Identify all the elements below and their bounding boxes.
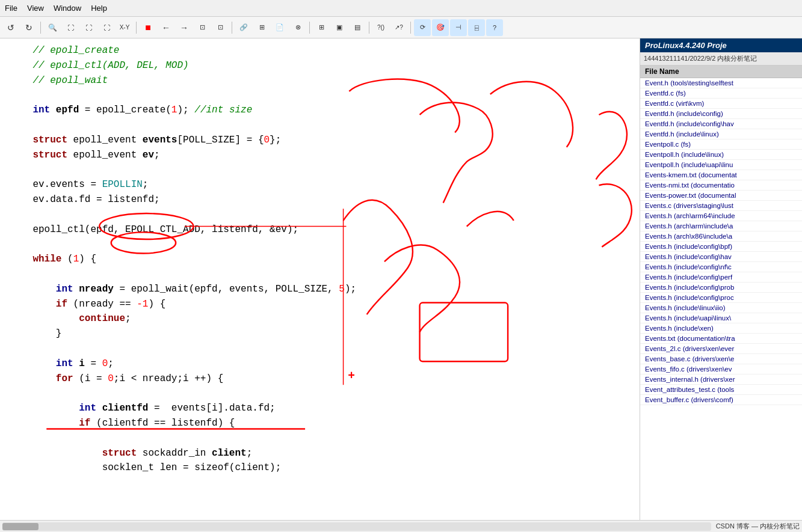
toolbar-sep-6 bbox=[410, 22, 411, 34]
toolbar-bookmark2[interactable]: ⛶ bbox=[80, 19, 97, 36]
file-list-item[interactable]: Eventfd.h (include\config\hav bbox=[640, 119, 802, 129]
code-line-28: struct sockaddr_in client; bbox=[10, 446, 630, 461]
toolbar-sep-2 bbox=[136, 22, 137, 34]
toolbar-bookmark1[interactable]: ⛶ bbox=[62, 19, 79, 36]
toolbar-active5[interactable]: ? bbox=[486, 19, 503, 36]
file-list-item[interactable]: Events.txt (documentation\tra bbox=[640, 334, 802, 344]
file-list-item[interactable]: Events-nmi.txt (documentatio bbox=[640, 180, 802, 191]
menu-view[interactable]: View bbox=[27, 4, 44, 13]
toolbar-forward[interactable]: → bbox=[176, 19, 193, 36]
file-list-item[interactable]: Events-kmem.txt (documentat bbox=[640, 170, 802, 180]
toolbar-split1[interactable]: ⊞ bbox=[253, 19, 270, 36]
code-line-26: if (clientfd == listenfd) { bbox=[10, 416, 630, 431]
toolbar-panel2[interactable]: ▤ bbox=[349, 19, 366, 36]
file-list-item[interactable]: Events.h (include\xen) bbox=[640, 323, 802, 334]
toolbar-active3[interactable]: ⊣ bbox=[450, 19, 467, 36]
code-line-11: ev.data.fd = listenfd; bbox=[10, 192, 630, 207]
toolbar-qmark2[interactable]: ↗? bbox=[390, 19, 407, 36]
toolbar-find[interactable]: 🔍 bbox=[44, 19, 61, 36]
menu-view[interactable]: File bbox=[5, 4, 17, 13]
code-line-20: } bbox=[10, 326, 630, 341]
toolbar-xref[interactable]: X-Y bbox=[116, 19, 133, 36]
main-area: // epoll_create // epoll_ctl(ADD, DEL, M… bbox=[0, 38, 802, 520]
file-list-item[interactable]: Events.c (drivers\staging\lust bbox=[640, 201, 802, 211]
code-line-blank-1 bbox=[10, 88, 630, 103]
scrollbar-thumb[interactable] bbox=[2, 523, 39, 530]
right-panel-subtitle: 144413211141/2022/9/2 内核分析笔记 bbox=[640, 52, 802, 66]
file-list-item[interactable]: Events.h (include\config\proc bbox=[640, 293, 802, 303]
toolbar-active2[interactable]: 🎯 bbox=[432, 19, 449, 36]
toolbar-nav1[interactable]: ⊡ bbox=[194, 19, 211, 36]
file-list-item[interactable]: Events.h (include\config\prob bbox=[640, 283, 802, 293]
menu-window[interactable]: Window bbox=[54, 4, 81, 13]
file-list-item[interactable]: Eventfd.c (fs) bbox=[640, 88, 802, 99]
toolbar: ↺ ↻ 🔍 ⛶ ⛶ ⛶ X-Y ■ ← → ⊡ ⊡ 🔗 ⊞ 📄 ⊗ ⊞ ▣ ▤ … bbox=[0, 17, 802, 38]
code-line-blank-6 bbox=[10, 267, 630, 282]
code-line-8: struct epoll_event ev; bbox=[10, 148, 630, 163]
file-list-item[interactable]: Event_buffer.c (drivers\comf) bbox=[640, 395, 802, 405]
code-line-18: if (nready == -1) { bbox=[10, 297, 630, 312]
file-list-item[interactable]: Events.h (include\config\nf\c bbox=[640, 262, 802, 272]
file-list-item[interactable]: Events-power.txt (documental bbox=[640, 191, 802, 201]
code-line-7: struct epoll_event events[POLL_SIZE] = {… bbox=[10, 133, 630, 148]
file-list-item[interactable]: Events.h (arch\arm64\include bbox=[640, 211, 802, 221]
code-line-2: // epoll_ctl(ADD, DEL, MOD) bbox=[10, 58, 630, 73]
file-list-item[interactable]: Eventpoll.h (include\uapi\linu bbox=[640, 160, 802, 170]
file-list-item[interactable]: Events_fifo.c (drivers\xen\ev bbox=[640, 364, 802, 375]
code-line-blank-7 bbox=[10, 341, 630, 356]
file-list-item[interactable]: Events.h (include\uapi\linux\ bbox=[640, 313, 802, 323]
code-line-10: ev.events = EPOLLIN; bbox=[10, 177, 630, 192]
toolbar-nav2[interactable]: ⊡ bbox=[212, 19, 229, 36]
toolbar-split2[interactable]: 📄 bbox=[271, 19, 288, 36]
code-line-blank-8 bbox=[10, 386, 630, 401]
file-list-item[interactable]: Events.h (include\config\bpf) bbox=[640, 242, 802, 252]
toolbar-undo[interactable]: ↺ bbox=[2, 19, 19, 36]
toolbar-panel1[interactable]: ▣ bbox=[331, 19, 348, 36]
code-line-25: int clientfd = events[i].data.fd; bbox=[10, 401, 630, 416]
toolbar-sep-1 bbox=[40, 22, 41, 34]
toolbar-red-mark[interactable]: ■ bbox=[140, 19, 156, 36]
menu-help[interactable]: Help bbox=[91, 4, 107, 13]
toolbar-more[interactable]: ⊗ bbox=[289, 19, 306, 36]
toolbar-active4[interactable]: ⌸ bbox=[468, 19, 485, 36]
code-editor[interactable]: // epoll_create // epoll_ctl(ADD, DEL, M… bbox=[0, 38, 640, 520]
toolbar-qmark1[interactable]: ?() bbox=[372, 19, 389, 36]
bottom-bar: CSDN 博客 — 内核分析笔记 bbox=[0, 520, 802, 532]
code-line-5: int epfd = epoll_create(1); //int size bbox=[10, 103, 630, 118]
code-line-blank-3 bbox=[10, 162, 630, 177]
file-list-item[interactable]: Eventfd.h (include\linux) bbox=[640, 129, 802, 139]
toolbar-back[interactable]: ← bbox=[158, 19, 174, 36]
menu-bar: File View Window Help bbox=[0, 0, 802, 17]
file-list-item[interactable]: Eventfd.h (include\config) bbox=[640, 109, 802, 119]
file-list-item[interactable]: Events.h (arch\x86\include\a bbox=[640, 231, 802, 242]
toolbar-redo[interactable]: ↻ bbox=[20, 19, 37, 36]
toolbar-active1[interactable]: ⟳ bbox=[414, 19, 431, 36]
toolbar-bookmark3[interactable]: ⛶ bbox=[98, 19, 115, 36]
file-list-item[interactable]: Eventfd.c (virt\kvm) bbox=[640, 99, 802, 109]
code-line-blank-5 bbox=[10, 237, 630, 252]
file-list-item[interactable]: Events_internal.h (drivers\xer bbox=[640, 375, 802, 385]
file-list-item[interactable]: Events.h (include\config\perf bbox=[640, 272, 802, 283]
toolbar-grid[interactable]: ⊞ bbox=[313, 19, 330, 36]
toolbar-sep-5 bbox=[369, 22, 369, 34]
code-line-blank-2 bbox=[10, 118, 630, 133]
file-list-item[interactable]: Eventpoll.h (include\linux) bbox=[640, 150, 802, 160]
code-line-29: socklen_t len = sizeof(client); bbox=[10, 460, 630, 475]
file-list-item[interactable]: Event_attributes_test.c (tools bbox=[640, 385, 802, 395]
code-line-blank-9 bbox=[10, 431, 630, 446]
code-line-23: for (i = 0;i < nready;i ++) { bbox=[10, 371, 630, 387]
file-list-item[interactable]: Events.h (include\linux\iio) bbox=[640, 303, 802, 313]
horizontal-scrollbar[interactable] bbox=[2, 522, 711, 531]
file-list-item[interactable]: Events.h (arch\arm\include\a bbox=[640, 221, 802, 231]
file-list-item[interactable]: Eventpoll.c (fs) bbox=[640, 139, 802, 150]
code-line-19: continue; bbox=[10, 311, 630, 326]
file-list-item[interactable]: Events_2l.c (drivers\xen\ever bbox=[640, 344, 802, 354]
file-list-item[interactable]: Events_base.c (drivers\xen\e bbox=[640, 354, 802, 364]
file-list-item[interactable]: Events.h (include\config\hav bbox=[640, 252, 802, 262]
code-line-13: epoll_ctl(epfd, EPOLL_CTL_ADD, listenfd,… bbox=[10, 222, 630, 237]
file-list[interactable]: Event.h (tools\testing\selftestEventfd.c… bbox=[640, 78, 802, 520]
file-list-item[interactable]: Event.h (tools\testing\selftest bbox=[640, 78, 802, 88]
toolbar-link[interactable]: 🔗 bbox=[235, 19, 252, 36]
right-panel-title: ProLinux4.4.240 Proje bbox=[640, 38, 802, 52]
toolbar-sep-3 bbox=[232, 22, 232, 34]
